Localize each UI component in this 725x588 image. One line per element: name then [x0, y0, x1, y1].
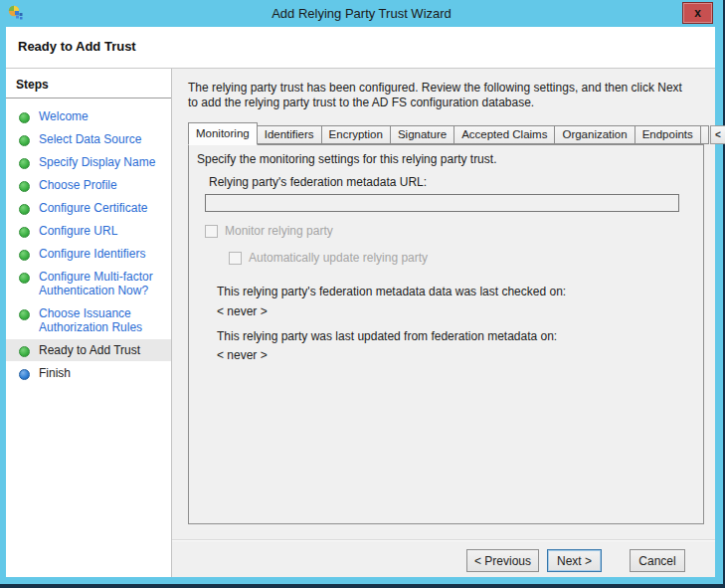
sidebar-step: Finish: [6, 362, 171, 384]
sidebar-step: Ready to Add Trust: [6, 339, 171, 361]
wizard-window: Add Relying Party Trust Wizard x Ready t…: [0, 0, 725, 588]
step-status-dot-icon: [19, 158, 30, 169]
metadata-url-label: Relying party's federation metadata URL:: [209, 175, 427, 189]
sidebar-step: Specify Display Name: [6, 151, 171, 173]
checkbox-icon: [205, 225, 218, 238]
steps-sidebar: Steps Welcome Select Data Source Spe: [6, 69, 171, 577]
settings-tab[interactable]: Monitoring: [188, 122, 258, 145]
close-button[interactable]: x: [682, 2, 713, 24]
previous-button[interactable]: < Previous: [466, 549, 539, 572]
settings-tabstrip: Monitoring Identifiers Encryption Signat…: [188, 122, 703, 144]
step-label: Choose Issuance Authorization Rules: [39, 306, 164, 334]
auto-update-checkbox: Automatically update relying party: [229, 251, 428, 265]
checkbox-icon: [229, 252, 242, 265]
sidebar-step: Choose Issuance Authorization Rules: [6, 302, 171, 338]
window-title: Add Relying Party Trust Wizard: [0, 0, 723, 27]
last-updated-label: This relying party was last updated from…: [217, 329, 557, 343]
sidebar-step: Choose Profile: [6, 174, 171, 196]
step-status-dot-icon: [19, 181, 30, 192]
cancel-button[interactable]: Cancel: [630, 549, 685, 572]
settings-tab[interactable]: Endpoints: [635, 125, 701, 144]
footer-divider: [172, 539, 715, 541]
step-label: Select Data Source: [39, 132, 141, 146]
step-status-dot-icon: [19, 369, 30, 380]
step-label: Welcome: [39, 109, 89, 123]
step-status-dot-icon: [19, 309, 30, 320]
step-status-dot-icon: [19, 227, 30, 238]
step-label: Configure URL: [39, 224, 117, 238]
title-bar: Add Relying Party Trust Wizard x: [0, 0, 723, 27]
last-checked-label: This relying party's federation metadata…: [217, 285, 566, 298]
step-label: Choose Profile: [39, 178, 117, 192]
sidebar-step: Select Data Source: [6, 128, 171, 150]
tab-scroll-left-button[interactable]: <: [710, 125, 725, 144]
settings-tab[interactable]: Organization: [555, 125, 634, 144]
step-status-dot-icon: [19, 250, 30, 261]
step-status-dot-icon: [19, 273, 30, 284]
page-title: Ready to Add Trust: [18, 39, 136, 54]
metadata-url-input: [205, 194, 679, 212]
auto-update-label: Automatically update relying party: [249, 251, 428, 265]
monitoring-instruction: Specify the monitoring settings for this…: [197, 152, 496, 166]
step-status-dot-icon: [19, 112, 30, 123]
monitor-relying-party-checkbox: Monitor relying party: [205, 224, 333, 238]
settings-tab[interactable]: Signature: [391, 125, 454, 144]
sidebar-step: Configure Multi-factor Authentication No…: [6, 266, 171, 301]
step-label: Configure Identifiers: [39, 247, 145, 261]
step-label: Configure Multi-factor Authentication No…: [39, 270, 164, 297]
window-edge-bottom: [0, 584, 725, 588]
page-header: Ready to Add Trust: [6, 27, 715, 69]
step-status-dot-icon: [19, 204, 30, 215]
sidebar-step: Configure Identifiers: [6, 243, 171, 265]
last-checked-value: < never >: [217, 304, 268, 318]
tab-scrollers: < >: [709, 125, 725, 144]
intro-text: The relying party trust has been configu…: [188, 81, 693, 110]
step-label: Finish: [39, 366, 71, 380]
steps-heading: Steps: [6, 69, 171, 98]
monitor-relying-party-label: Monitor relying party: [225, 224, 333, 238]
step-label: Ready to Add Trust: [39, 343, 140, 357]
settings-tab[interactable]: Encryption: [322, 125, 391, 144]
wizard-body: Steps Welcome Select Data Source Spe: [6, 69, 715, 577]
step-label: Configure Certificate: [39, 201, 147, 215]
sidebar-step: Configure URL: [6, 220, 171, 242]
steps-list: Welcome Select Data Source Specify Displ…: [6, 98, 171, 384]
next-button[interactable]: Next >: [547, 549, 602, 572]
main-content: The relying party trust has been configu…: [171, 69, 715, 577]
step-label: Specify Display Name: [39, 155, 155, 169]
settings-tab[interactable]: Note: [701, 125, 709, 144]
last-updated-value: < never >: [217, 348, 268, 362]
step-status-dot-icon: [19, 346, 30, 357]
settings-tab[interactable]: Accepted Claims: [454, 125, 555, 144]
step-status-dot-icon: [19, 135, 30, 146]
monitoring-tab-panel: Specify the monitoring settings for this…: [188, 144, 704, 524]
sidebar-step: Welcome: [6, 105, 171, 127]
settings-tab[interactable]: Identifiers: [258, 125, 322, 144]
sidebar-step: Configure Certificate: [6, 197, 171, 219]
